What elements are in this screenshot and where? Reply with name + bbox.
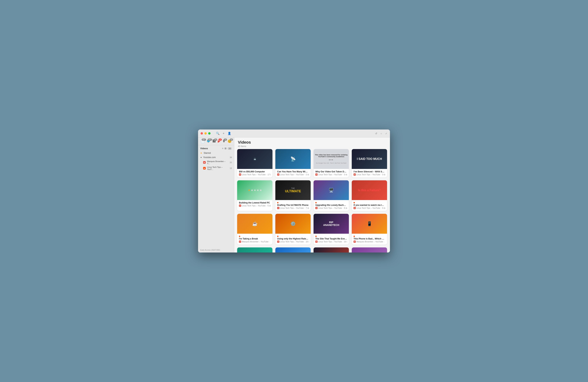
video-card-5[interactable]: ★ ★ ★ ★ ★ Building the Lowest Rated PC	[237, 180, 273, 211]
video-meta-3: ▶ Linus Tech Tips – YouTube · 3 days	[315, 173, 347, 176]
sort-list-icon[interactable]: ≡	[222, 147, 223, 150]
video-card-13[interactable]: Hospital Server Room. Hospital Server Ro…	[237, 248, 273, 252]
video-card-4[interactable]: I SAID TOO MUCH I've Been Silenced – WAN…	[352, 149, 387, 177]
video-card-14[interactable]: SnapdragonX Elite Snapdragon X Elite Rev…	[275, 248, 311, 252]
sidebar-badge-podcasts[interactable]: 🎙 40	[222, 139, 226, 143]
video-info-4: I've Been Silenced – WAN Show Septembe ▶…	[352, 169, 387, 177]
video-meta-6-dot	[277, 202, 309, 203]
refresh-icon[interactable]: ↺	[375, 132, 377, 135]
sidebar-item-mkbhd[interactable]: ▶ Marques Brownlee – Y... 20	[198, 159, 234, 165]
account-icon[interactable]: 👤	[228, 132, 231, 135]
app-body: 📄 99+ 🐦 99+ 🖼 59	[198, 137, 390, 252]
app-window: 🔍 ＋ 👤 ↺ ○ ✓ 📄 99+ 🐦	[198, 130, 390, 252]
channel-icon-1: ▶	[239, 173, 241, 176]
video-title-6: Drafting The ULTIMATE Phone	[277, 204, 309, 206]
video-card-9[interactable]: ☕ I'm Taking a Break ▶ Marques Brownlee …	[237, 214, 273, 245]
sidebar-badge-twitter[interactable]: 🐦 99+	[207, 139, 210, 143]
video-info-8: If you wanted to watch me lose money... …	[352, 200, 387, 211]
video-card-2[interactable]: 📡 Can You Have Too Many WiFi Routers? ▶ …	[275, 149, 311, 177]
sidebar: 📄 99+ 🐦 99+ 🖼 59	[198, 137, 234, 252]
video-title-3: Why Our Video Got Taken Down	[315, 170, 347, 173]
video-card-10[interactable]: ⚙️ Using only the Highest Rated parts to…	[275, 214, 311, 245]
video-info-11: The Site That Taught Me Everything Is De…	[314, 234, 349, 245]
video-meta-7: ▶ Linus Tech Tips – YouTube · 8 days	[315, 207, 347, 209]
minimize-button[interactable]	[204, 132, 207, 134]
live-dot-6	[277, 202, 278, 203]
maximize-button[interactable]	[208, 132, 210, 134]
live-dot-9	[239, 236, 240, 237]
video-title-4: I've Been Silenced – WAN Show Septembe	[354, 170, 385, 173]
sidebar-item-starred[interactable]: ★ Starred	[198, 151, 234, 155]
video-grid-container[interactable]: 💻 $50 vs $50,000 Computer ▶ Linus Tech T…	[234, 149, 390, 252]
video-meta-7-dot	[315, 202, 347, 203]
video-card-11[interactable]: RIPANANDTECH The Site That Taught Me Eve…	[314, 214, 349, 245]
ultimate-text: ULTIMATE	[285, 189, 301, 193]
video-card-16[interactable]: $500 $500 Budget Challenge ▶ Marques Bro…	[352, 248, 387, 252]
removed-notice: This video has been removed for violatin…	[315, 154, 348, 157]
video-meta-4: ▶ Linus Tech Tips – YouTube · 3 days	[354, 173, 385, 176]
sidebar-badge-videos[interactable]: ▶ 38	[218, 139, 220, 143]
titlebar: 🔍 ＋ 👤 ↺ ○ ✓	[198, 130, 390, 137]
video-info-7: Upgrading His Lonely Bachelor Pad – AMD …	[314, 200, 349, 211]
video-meta-5: ▶ Linus Tech Tips – YouTube · 5 days	[239, 205, 271, 207]
video-age-10: 10 days	[306, 241, 309, 243]
video-card-8[interactable]: Is this a Failure? If you wanted to watc…	[352, 180, 387, 211]
video-info-9: I'm Taking a Break ▶ Marques Brownlee – …	[237, 234, 273, 245]
video-info-6: Drafting The ULTIMATE Phone ▶ Linus Tech…	[275, 200, 311, 211]
video-age-4: 3 days	[382, 173, 385, 176]
video-meta-2: ▶ Linus Tech Tips – YouTube · 2 days	[277, 173, 309, 176]
mkbhd-channel-icon: ▶	[203, 161, 206, 164]
video-age-6: 7 days	[306, 207, 309, 209]
channel-name-12: Marques Brownlee – YouTube	[357, 241, 383, 243]
check-icon[interactable]: ✓	[385, 132, 387, 135]
video-meta-1: ▶ Linus Tech Tips – YouTube · 17 hours	[239, 173, 271, 176]
sidebar-item-ltt[interactable]: ▶ Linus Tech Tips – YouT... 18	[198, 165, 234, 171]
video-title-5: Building the Lowest Rated PC	[239, 202, 271, 204]
video-meta-8: ▶ Linus Tech Tips – YouTube · 9 days	[354, 207, 385, 209]
mkbhd-badge: 20	[230, 161, 232, 164]
add-icon[interactable]: ＋	[222, 132, 225, 135]
channel-name-9: Marques Brownlee – YouTube	[242, 241, 269, 243]
video-age-3: 3 days	[344, 173, 347, 176]
video-info-1: $50 vs $50,000 Computer ▶ Linus Tech Tip…	[237, 169, 273, 177]
star-icon: ★	[200, 152, 202, 154]
toolbar: 🔍 ＋ 👤	[216, 132, 231, 135]
video-age-1: 17 hours	[268, 173, 271, 176]
video-info-5: Building the Lowest Rated PC ▶ Linus Tec…	[237, 200, 273, 209]
podcasts-badge: 40	[224, 138, 227, 141]
circle-icon[interactable]: ○	[380, 132, 382, 135]
video-card-12[interactable]: 📱 This Phone is Bad... Which Makes it Be…	[352, 214, 387, 245]
channel-name-6: Linus Tech Tips – YouTube	[280, 207, 304, 209]
video-info-3: Why Our Video Got Taken Down ▶ Linus Tec…	[314, 169, 349, 177]
video-age-2: 2 days	[306, 173, 309, 176]
video-meta-9-dot	[239, 236, 271, 237]
sidebar-badge-row: 📄 99+ 🐦 99+ 🖼 59	[198, 137, 234, 145]
sidebar-badge-images[interactable]: 🖼 59	[212, 139, 216, 143]
social-badge: 86	[230, 138, 233, 141]
starred-label: Starred	[204, 152, 211, 154]
video-card-6[interactable]: THE ULTIMATE Drafting The ULTIMATE Phone…	[275, 180, 311, 211]
video-title-7: Upgrading His Lonely Bachelor Pad – AMD	[315, 204, 347, 206]
channel-name-5: Linus Tech Tips – YouTube	[242, 205, 266, 207]
channel-name-8: Linus Tech Tips – YouTube	[357, 207, 380, 209]
close-button[interactable]	[201, 132, 203, 134]
video-card-3[interactable]: This video has been removed for violatin…	[314, 149, 349, 177]
channel-name-7: Linus Tech Tips – YouTube	[318, 207, 342, 209]
main-header: Videos 40 Items	[234, 137, 390, 149]
video-card-1[interactable]: 💻 $50 vs $50,000 Computer ▶ Linus Tech T…	[237, 149, 273, 177]
youtube-group-badge: 38	[230, 156, 232, 158]
channel-icon-6: ▶	[277, 207, 279, 209]
search-icon[interactable]: 🔍	[216, 132, 220, 135]
video-title-11: The Site That Taught Me Everything Is De…	[315, 237, 347, 240]
live-dot-8	[354, 202, 355, 203]
sidebar-badge-social[interactable]: 😊 86	[228, 139, 231, 143]
sidebar-section-count: 38	[228, 147, 232, 150]
channel-icon-9: ▶	[239, 241, 241, 243]
video-card-7[interactable]: 🖥️ Upgrading His Lonely Bachelor Pad – A…	[314, 180, 349, 211]
video-info-10: Using only the Highest Rated parts to bu…	[275, 234, 311, 245]
titlebar-actions: ↺ ○ ✓	[375, 132, 387, 135]
sidebar-group-youtube[interactable]: ▼ Youtube.com 38	[198, 155, 234, 159]
sort-grid-icon[interactable]: ⊞	[225, 147, 227, 150]
sidebar-badge-articles[interactable]: 📄 99+	[201, 139, 205, 143]
video-card-15[interactable]: SCRAPYARD WARSPT4 FINALE Scrapyard Wars …	[314, 248, 349, 252]
